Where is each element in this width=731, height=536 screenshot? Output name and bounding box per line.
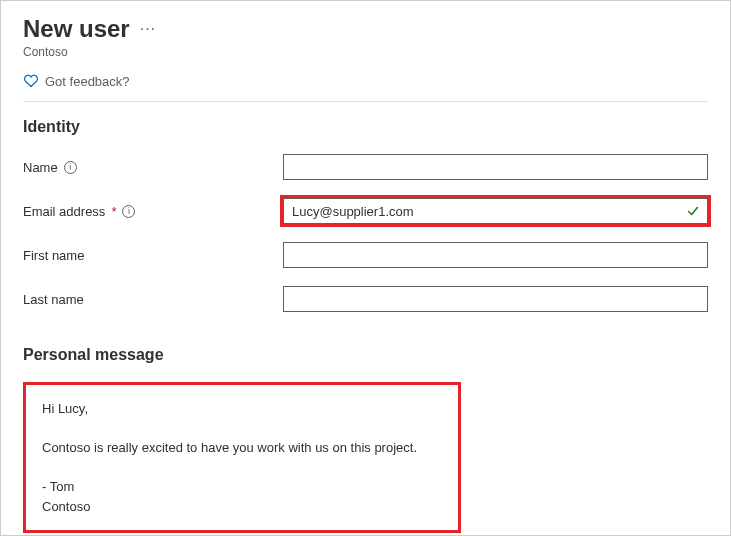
email-input[interactable] bbox=[283, 198, 708, 224]
lastname-label: Last name bbox=[23, 292, 283, 307]
personal-message-box[interactable]: Hi Lucy, Contoso is really excited to ha… bbox=[23, 382, 461, 533]
name-input[interactable] bbox=[283, 154, 708, 180]
firstname-label: First name bbox=[23, 248, 283, 263]
feedback-label: Got feedback? bbox=[45, 74, 130, 89]
page-title: New user bbox=[23, 15, 130, 43]
heart-icon bbox=[23, 73, 39, 89]
required-indicator: * bbox=[111, 204, 116, 219]
breadcrumb: Contoso bbox=[23, 45, 708, 59]
more-icon[interactable]: ··· bbox=[140, 20, 156, 38]
check-icon bbox=[686, 204, 700, 218]
lastname-input[interactable] bbox=[283, 286, 708, 312]
feedback-link[interactable]: Got feedback? bbox=[23, 73, 708, 102]
info-icon[interactable]: i bbox=[64, 161, 77, 174]
info-icon[interactable]: i bbox=[122, 205, 135, 218]
section-title-identity: Identity bbox=[23, 118, 708, 136]
email-label: Email address * i bbox=[23, 204, 283, 219]
email-input-highlight bbox=[283, 198, 708, 224]
name-label: Name i bbox=[23, 160, 283, 175]
section-title-personal-message: Personal message bbox=[23, 346, 708, 364]
firstname-input[interactable] bbox=[283, 242, 708, 268]
